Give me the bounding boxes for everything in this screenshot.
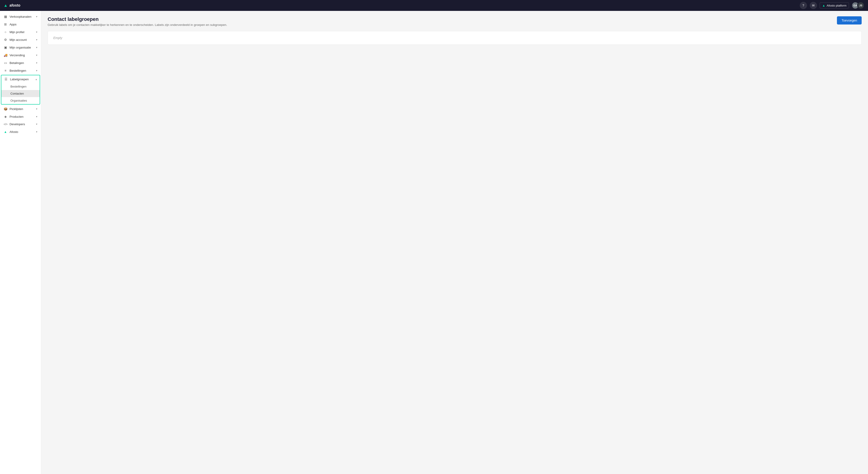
platform-label: Afosto platform: [827, 4, 846, 7]
sidebar-item-bestellingen[interactable]: ≡ Bestellingen ▾: [0, 67, 41, 75]
content-card: Empty: [48, 31, 862, 45]
afosto-platform-button[interactable]: ▲ Afosto platform: [820, 2, 849, 8]
labelgroepen-icon: ☰: [4, 77, 8, 81]
sidebar-item-label: Afosto: [9, 130, 34, 134]
verzending-icon: 🚚: [4, 53, 7, 57]
chevron-down-icon: ▾: [36, 61, 37, 64]
chat-button[interactable]: ✉: [810, 2, 817, 9]
sidebar-item-label: Bestellingen: [9, 69, 34, 72]
chevron-down-icon: ▾: [36, 69, 37, 72]
chat-icon: ✉: [812, 4, 815, 7]
sidebar-item-developers[interactable]: </> Developers ▾: [0, 120, 41, 128]
logo-text: afosto: [9, 3, 21, 7]
sidebar-item-labelgroepen[interactable]: ☰ Labelgroepen ▴: [1, 75, 40, 83]
sub-item-label: Organisaties: [10, 99, 27, 102]
developers-icon: </>: [4, 123, 7, 126]
page-title: Contact labelgroepen: [48, 16, 227, 22]
chevron-down-icon: ▾: [36, 54, 37, 57]
sidebar-sub-item-bestellingen[interactable]: Bestellingen: [1, 83, 40, 90]
sidebar: ▦ Verkoopkanalen ▾ ⊞ Apps ○ Mijn profiel…: [0, 11, 41, 474]
page-subtitle: Gebruik labels om je contacten makkelijk…: [48, 23, 227, 27]
chevron-down-icon: ▾: [36, 31, 37, 34]
bestellingen-icon: ≡: [4, 69, 7, 72]
sidebar-item-verkoopkanalen[interactable]: ▦ Verkoopkanalen ▾: [0, 13, 41, 21]
sidebar-item-picklijsten[interactable]: 📦 Picklijsten ▾: [0, 105, 41, 113]
sidebar-item-label: Picklijsten: [9, 107, 34, 111]
topnav-left: ▲ afosto: [4, 3, 21, 8]
organisatie-icon: ▣: [4, 46, 7, 49]
avatar-group: GA JS: [852, 2, 864, 9]
logo-icon: ▲: [4, 3, 8, 8]
chevron-down-icon: ▾: [36, 15, 37, 18]
sidebar-item-label: Betalingen: [9, 61, 34, 65]
betalingen-icon: ▭: [4, 61, 7, 65]
verkoopkanalen-icon: ▦: [4, 15, 7, 18]
topnav: ▲ afosto ? ✉ ▲ Afosto platform GA JS: [0, 0, 868, 11]
sidebar-item-mijn-profiel[interactable]: ○ Mijn profiel ▾: [0, 28, 41, 36]
sidebar-item-label: Mijn profiel: [9, 30, 34, 34]
topnav-right: ? ✉ ▲ Afosto platform GA JS: [800, 2, 864, 9]
sidebar-item-label: Verzending: [9, 54, 34, 57]
chevron-down-icon: ▾: [36, 123, 37, 126]
sidebar-item-mijn-organisatie[interactable]: ▣ Mijn organisatie ▾: [0, 43, 41, 51]
account-icon: ⚙: [4, 38, 7, 41]
sidebar-item-label: Developers: [9, 122, 34, 126]
apps-icon: ⊞: [4, 23, 7, 26]
help-button[interactable]: ?: [800, 2, 807, 9]
producten-icon: ◈: [4, 115, 7, 118]
sidebar-sub-item-organisaties[interactable]: Organisaties: [1, 97, 40, 104]
help-icon: ?: [803, 4, 804, 7]
picklijsten-icon: 📦: [4, 107, 7, 111]
sub-item-label: Contacten: [10, 92, 24, 95]
sidebar-item-label: Mijn account: [9, 38, 34, 41]
main-content: Contact labelgroepen Gebruik labels om j…: [41, 11, 868, 474]
sidebar-item-producten[interactable]: ◈ Producten ▾: [0, 113, 41, 120]
add-button[interactable]: Toevoegen: [837, 16, 862, 25]
empty-state-text: Empty: [53, 36, 62, 40]
sidebar-item-label: Verkoopkanalen: [9, 15, 34, 18]
page-header-left: Contact labelgroepen Gebruik labels om j…: [48, 16, 227, 27]
sidebar-labelgroepen-group: ☰ Labelgroepen ▴ Bestellingen Contacten …: [1, 75, 40, 105]
sidebar-item-mijn-account[interactable]: ⚙ Mijn account ▾: [0, 36, 41, 43]
sidebar-item-label: Labelgroepen: [10, 78, 33, 81]
layout: ▦ Verkoopkanalen ▾ ⊞ Apps ○ Mijn profiel…: [0, 11, 868, 474]
sidebar-item-label: Producten: [9, 115, 34, 118]
sidebar-item-apps[interactable]: ⊞ Apps: [0, 21, 41, 28]
chevron-down-icon: ▾: [36, 38, 37, 41]
chevron-down-icon: ▾: [36, 115, 37, 118]
sidebar-item-betalingen[interactable]: ▭ Betalingen ▾: [0, 59, 41, 67]
sub-item-label: Bestellingen: [10, 85, 27, 88]
sidebar-item-afosto[interactable]: ▲ Afosto ▾: [0, 128, 41, 136]
profile-icon: ○: [4, 30, 7, 34]
page-header: Contact labelgroepen Gebruik labels om j…: [48, 16, 862, 27]
sidebar-sub-item-contacten[interactable]: Contacten: [1, 90, 40, 97]
sidebar-item-label: Apps: [9, 23, 37, 26]
avatar-js[interactable]: JS: [857, 2, 864, 9]
afosto-icon: ▲: [4, 130, 7, 134]
sidebar-item-label: Mijn organisatie: [9, 46, 34, 49]
platform-triangle-icon: ▲: [822, 4, 825, 7]
chevron-down-icon: ▾: [36, 130, 37, 134]
logo[interactable]: ▲ afosto: [4, 3, 21, 8]
chevron-down-icon: ▾: [36, 46, 37, 49]
chevron-up-icon: ▴: [36, 78, 37, 81]
chevron-down-icon: ▾: [36, 108, 37, 111]
sidebar-item-verzending[interactable]: 🚚 Verzending ▾: [0, 51, 41, 59]
